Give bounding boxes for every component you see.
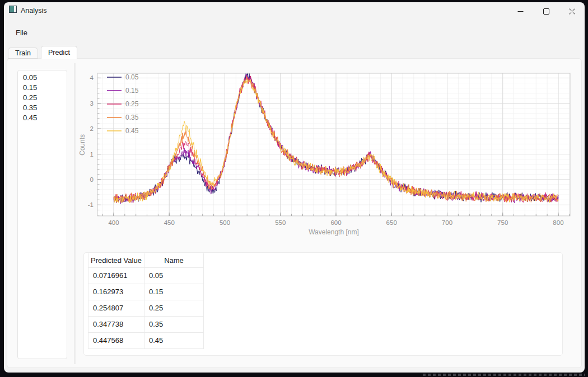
legend-label: 0.35 — [125, 114, 139, 121]
x-tick-label: 700 — [442, 219, 452, 226]
app-window: Analysis File Train Pred — [4, 2, 585, 373]
legend-label: 0.15 — [125, 87, 139, 95]
table-cell: 0.05 — [144, 267, 204, 284]
x-tick-label: 650 — [386, 219, 397, 226]
legend-label: 0.25 — [125, 100, 139, 108]
list-item[interactable]: 0.25 — [18, 93, 67, 103]
table-cell: 0.25 — [144, 300, 204, 316]
background-artifact — [423, 374, 585, 376]
titlebar[interactable]: Analysis — [4, 2, 585, 20]
prediction-table-panel: Predicted ValueName 0.07169610.050.16297… — [83, 252, 563, 356]
x-axis-title: Wavelength [nm] — [309, 228, 359, 236]
prediction-table: Predicted ValueName 0.07169610.050.16297… — [88, 253, 204, 349]
close-icon — [569, 8, 575, 15]
list-item[interactable]: 0.35 — [18, 103, 67, 113]
tab-train[interactable]: Train — [8, 48, 38, 59]
table-cell: 0.35 — [144, 316, 204, 332]
maximize-button[interactable] — [533, 2, 559, 20]
x-tick-label: 450 — [164, 219, 175, 226]
table-row[interactable]: 0.2548070.25 — [88, 300, 204, 316]
window-title: Analysis — [21, 7, 47, 15]
x-tick-label: 550 — [275, 219, 286, 226]
spectra-chart: 400450500550600650700750800-101234Wavele… — [79, 63, 577, 243]
table-cell: 0.254807 — [88, 300, 144, 316]
table-cell: 0.15 — [144, 284, 204, 300]
table-cell: 0.45 — [144, 332, 204, 348]
menu-file[interactable]: File — [12, 27, 31, 39]
x-tick-label: 600 — [330, 219, 341, 226]
legend-label: 0.05 — [125, 73, 139, 81]
splitter-handle[interactable] — [74, 63, 76, 364]
chart-area: 400450500550600650700750800-101234Wavele… — [79, 63, 577, 243]
predict-page: 0.050.150.250.350.45 4004505005506006507… — [7, 58, 582, 368]
y-tick-label: 4 — [90, 74, 94, 81]
x-tick-label: 750 — [497, 219, 508, 226]
table-row[interactable]: 0.1629730.15 — [88, 284, 204, 300]
y-tick-label: 2 — [90, 125, 94, 132]
table-cell: 0.162973 — [88, 284, 144, 300]
minimize-icon — [517, 8, 524, 15]
x-tick-label: 400 — [108, 219, 119, 226]
minimize-button[interactable] — [507, 2, 533, 20]
maximize-icon — [543, 8, 549, 15]
app-icon — [9, 6, 17, 13]
y-tick-label: 3 — [90, 100, 94, 107]
menubar: File — [12, 27, 31, 39]
y-tick-label: 1 — [90, 151, 94, 158]
legend-label: 0.45 — [125, 127, 139, 135]
table-header-row: Predicted ValueName — [88, 253, 204, 267]
table-cell: 0.0716961 — [88, 267, 144, 284]
table-cell: 0.447568 — [88, 332, 144, 348]
y-tick-label: -1 — [88, 201, 94, 208]
table-row[interactable]: 0.3477380.35 — [88, 316, 204, 332]
list-item[interactable]: 0.05 — [18, 73, 67, 83]
close-button[interactable] — [559, 2, 585, 20]
table-row[interactable]: 0.07169610.05 — [88, 267, 204, 284]
table-cell: 0.347738 — [88, 316, 144, 332]
y-axis-title: Counts — [79, 134, 86, 155]
y-tick-label: 0 — [90, 176, 94, 183]
x-tick-label: 500 — [220, 219, 230, 226]
sample-list[interactable]: 0.050.150.250.350.45 — [17, 70, 67, 359]
list-item[interactable]: 0.15 — [18, 83, 67, 93]
table-header-cell[interactable]: Name — [144, 253, 204, 267]
x-tick-label: 800 — [553, 219, 563, 226]
list-item[interactable]: 0.45 — [18, 113, 67, 123]
table-row[interactable]: 0.4475680.45 — [88, 332, 204, 348]
tabbar: Train Predict — [8, 45, 77, 59]
table-header-cell[interactable]: Predicted Value — [88, 253, 144, 267]
tab-predict[interactable]: Predict — [41, 46, 77, 59]
